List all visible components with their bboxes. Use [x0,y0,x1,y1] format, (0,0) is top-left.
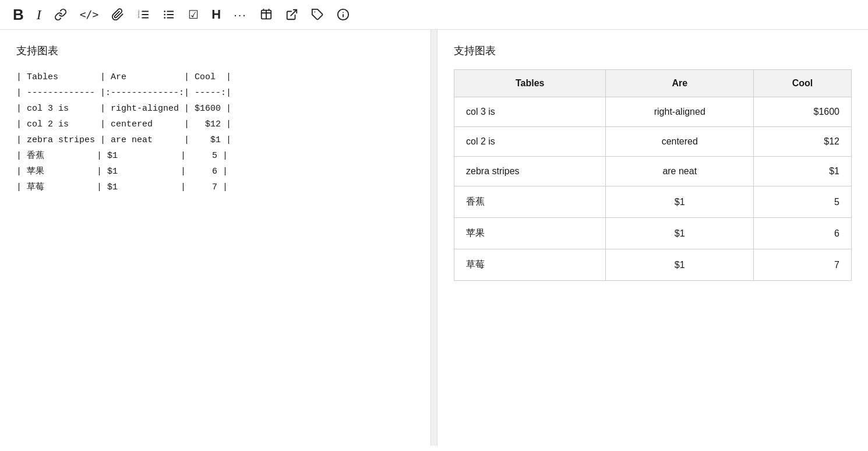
rendered-table: TablesAreCool col 3 isright-aligned$1600… [454,69,852,281]
table-cell: 香蕉 [454,186,606,218]
more-button[interactable]: ··· [231,8,249,22]
table-cell: 6 [754,218,852,249]
svg-point-10 [164,14,166,16]
table-header: Cool [754,70,852,97]
table-row: 苹果$16 [454,218,852,249]
editor-section-title: 支持图表 [16,44,414,58]
table-cell: 7 [754,249,852,281]
svg-line-15 [291,10,297,16]
table-cell: centered [606,127,754,157]
attachment-button[interactable] [109,7,126,22]
table-cell: $1600 [754,97,852,127]
task-list-button[interactable]: ☑ [186,8,201,22]
table-cell: zebra stripes [454,157,606,186]
table-cell: $1 [606,186,754,218]
table-row: col 2 iscentered$12 [454,127,852,157]
link-button[interactable] [52,7,69,22]
table-cell: col 2 is [454,127,606,157]
tag-button[interactable] [309,7,326,22]
table-button[interactable] [257,7,275,22]
bold-button[interactable]: B [10,6,26,23]
unordered-list-button[interactable] [160,7,178,22]
main-layout: 支持图表 | Tables | Are | Cool | | ---------… [0,30,868,446]
table-cell: col 3 is [454,97,606,127]
table-row: col 3 isright-aligned$1600 [454,97,852,127]
heading-button[interactable]: H [209,7,223,22]
table-header: Are [606,70,754,97]
table-row: 香蕉$15 [454,186,852,218]
preview-section-title: 支持图表 [454,44,852,58]
table-cell: 5 [754,186,852,218]
raw-markdown-table: | Tables | Are | Cool | | ------------- … [16,69,414,195]
table-cell: $1 [606,218,754,249]
pane-divider [431,30,437,446]
italic-button[interactable]: I [34,6,44,23]
table-cell: are neat [606,157,754,186]
preview-pane: 支持图表 TablesAreCool col 3 isright-aligned… [437,30,868,446]
table-row: 草莓$17 [454,249,852,281]
table-cell: 草莓 [454,249,606,281]
svg-point-9 [164,10,166,12]
info-button[interactable] [334,7,352,22]
table-cell: 苹果 [454,218,606,249]
table-header: Tables [454,70,606,97]
editor-pane: 支持图表 | Tables | Are | Cool | | ---------… [0,30,431,446]
table-cell: right-aligned [606,97,754,127]
table-row: zebra stripesare neat$1 [454,157,852,186]
ordered-list-button[interactable]: 123 [135,7,152,22]
table-cell: $12 [754,127,852,157]
toolbar: B I </> 123 ☑ H ··· [0,0,868,30]
svg-text:3: 3 [138,16,140,19]
table-cell: $1 [754,157,852,186]
external-link-button[interactable] [283,7,301,22]
table-cell: $1 [606,249,754,281]
code-button[interactable]: </> [77,8,101,21]
svg-point-11 [164,17,166,19]
